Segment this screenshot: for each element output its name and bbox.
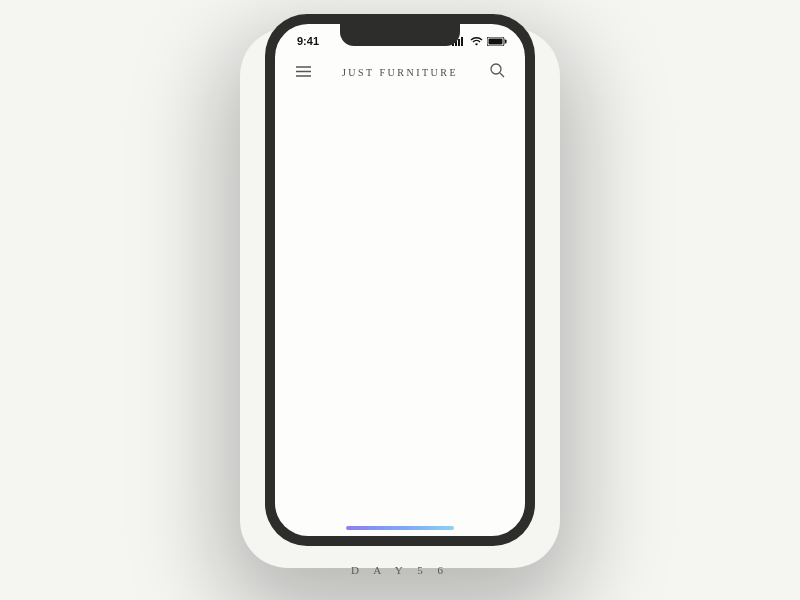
phone-screen: 9:41	[275, 24, 525, 536]
app-title: JUST FURNITURE	[342, 67, 458, 78]
menu-button[interactable]	[293, 62, 313, 82]
svg-point-10	[491, 64, 501, 74]
search-button[interactable]	[487, 62, 507, 82]
svg-rect-2	[458, 39, 460, 46]
status-time: 9:41	[297, 35, 319, 47]
phone-frame: 9:41	[265, 14, 535, 546]
battery-icon	[487, 37, 507, 46]
search-icon	[490, 63, 505, 82]
app-header: JUST FURNITURE	[275, 52, 525, 90]
home-indicator[interactable]	[346, 526, 454, 530]
phone-notch	[340, 24, 460, 46]
menu-icon	[296, 63, 311, 81]
svg-rect-6	[505, 39, 507, 43]
wifi-icon	[470, 37, 483, 46]
shot-caption: D A Y 5 6	[351, 564, 449, 576]
status-icons	[452, 37, 507, 46]
svg-rect-3	[461, 37, 463, 46]
svg-line-11	[500, 73, 504, 77]
svg-rect-5	[489, 38, 503, 44]
